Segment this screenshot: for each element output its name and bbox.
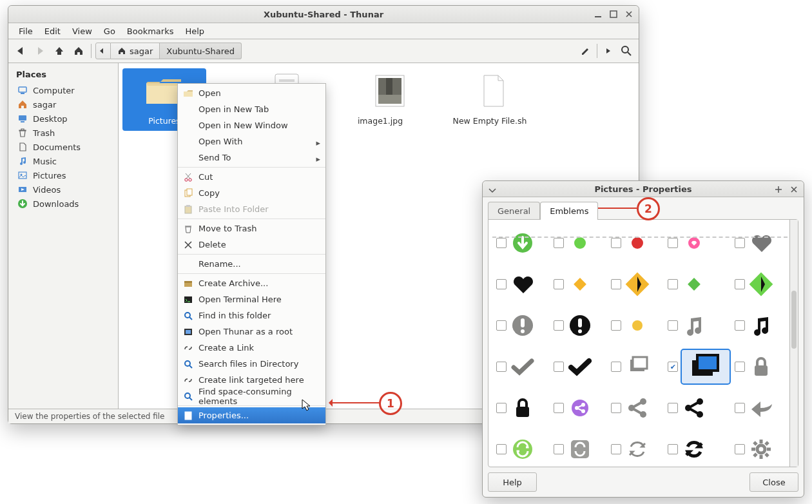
crumb-back[interactable]: [95, 43, 111, 59]
crumb-home[interactable]: sagar: [111, 43, 160, 59]
sidebar-item-computer[interactable]: Computer: [8, 83, 118, 97]
edit-path-icon[interactable]: [577, 43, 594, 59]
emblem-readonly[interactable]: [491, 387, 548, 429]
menu-send-to[interactable]: Send To▸: [178, 150, 325, 166]
emblem-sync-grey[interactable]: [548, 429, 606, 467]
emblem-important-solid[interactable]: [548, 305, 606, 346]
emblem-lock[interactable]: [730, 346, 787, 387]
emblem-yellow-dot[interactable]: [606, 305, 663, 346]
window-maximize-icon[interactable]: [608, 8, 619, 20]
emblem-marker-green[interactable]: [662, 264, 730, 305]
thunar-icon: [183, 327, 193, 337]
menu-help[interactable]: Help: [180, 24, 209, 38]
emblems-grid[interactable]: [488, 220, 789, 467]
sidebar-item-music[interactable]: Music: [8, 154, 118, 168]
nav-forward-icon[interactable]: [32, 43, 48, 59]
svg-point-37: [574, 237, 586, 249]
sidebar-item-home[interactable]: sagar: [8, 97, 118, 111]
dialog-scrollbar[interactable]: [789, 220, 798, 467]
emblem-share-solid[interactable]: [662, 387, 730, 429]
emblem-sync-outline[interactable]: [606, 429, 663, 467]
emblem-marker-orange[interactable]: [606, 264, 663, 305]
tab-emblems[interactable]: Emblems: [540, 202, 598, 220]
sidebar-item-downloads[interactable]: Downloads: [8, 197, 118, 211]
dialog-menu-icon[interactable]: [487, 184, 498, 195]
emblem-photos[interactable]: [606, 346, 663, 387]
cut-icon: [183, 172, 193, 182]
menu-view[interactable]: View: [67, 24, 97, 38]
menu-bookmarks[interactable]: Bookmarks: [122, 24, 179, 38]
file-item-image[interactable]: image1.jpg: [348, 68, 412, 131]
emblem-share[interactable]: [606, 387, 663, 429]
emblem-music-solid[interactable]: [730, 305, 787, 346]
menu-copy[interactable]: Copy: [178, 185, 325, 201]
emblem-photos-solid[interactable]: [662, 346, 730, 387]
emblem-ok-bold[interactable]: [548, 346, 606, 387]
window-minimize-icon[interactable]: [592, 8, 604, 20]
menu-open-new-tab[interactable]: Open in New Tab: [178, 101, 325, 117]
emblem-marker-yellow[interactable]: [548, 264, 606, 305]
search-icon[interactable]: [618, 43, 635, 59]
menu-open-new-window[interactable]: Open in New Window: [178, 117, 325, 133]
emblem-green-dot[interactable]: [548, 222, 606, 264]
menu-rename[interactable]: Rename...: [178, 256, 325, 272]
menu-open-with[interactable]: Open With▸: [178, 133, 325, 150]
menu-find-space[interactable]: Find space-consuming elements: [178, 388, 325, 404]
emblem-music[interactable]: [662, 305, 730, 346]
emblem-ok[interactable]: [491, 346, 548, 387]
emblem-pink-heart[interactable]: [662, 222, 730, 264]
sidebar-item-label: Desktop: [33, 114, 68, 124]
window-close-icon[interactable]: [623, 8, 635, 20]
menu-open[interactable]: Open: [178, 85, 325, 101]
emblem-red-dot[interactable]: [606, 222, 663, 264]
menu-terminal[interactable]: Open Terminal Here: [178, 291, 325, 307]
menu-file[interactable]: File: [14, 24, 38, 38]
menu-properties[interactable]: Properties...: [178, 407, 325, 423]
sidebar-item-desktop[interactable]: Desktop: [8, 111, 118, 126]
dialog-titlebar[interactable]: Pictures - Properties: [483, 181, 804, 197]
menu-cut[interactable]: Cut: [178, 169, 325, 185]
emblem-sync-solid[interactable]: [662, 429, 730, 467]
menu-trash[interactable]: Move to Trash: [178, 220, 325, 237]
sidebar-item-pictures[interactable]: Pictures: [8, 168, 118, 182]
crumb-current[interactable]: Xubuntu-Shared: [160, 43, 242, 59]
emblem-heart[interactable]: [491, 264, 548, 305]
menu-search-dir[interactable]: Search files in Directory: [178, 356, 325, 372]
history-dropdown-icon[interactable]: [600, 43, 617, 59]
menu-delete[interactable]: Delete: [178, 237, 325, 253]
emblem-important[interactable]: [491, 305, 548, 346]
menu-create-link-here[interactable]: Create link targeted here: [178, 372, 325, 388]
menu-create-link[interactable]: Create a Link: [178, 340, 325, 356]
close-button[interactable]: Close: [749, 472, 798, 492]
svg-point-50: [632, 320, 643, 331]
dialog-plus-icon[interactable]: [773, 184, 784, 195]
sidebar-item-trash[interactable]: Trash: [8, 126, 118, 140]
menu-find-folder[interactable]: Find in this folder: [178, 307, 325, 324]
window-titlebar[interactable]: Xubuntu-Shared - Thunar: [8, 6, 639, 23]
help-button[interactable]: Help: [488, 472, 537, 492]
tab-general[interactable]: General: [488, 202, 540, 220]
svg-rect-4: [21, 93, 24, 94]
file-item-sh[interactable]: New Empty File.sh: [451, 68, 528, 131]
emblem-checkbox[interactable]: [496, 238, 507, 248]
dialog-close-icon[interactable]: [788, 184, 800, 195]
menu-archive[interactable]: Create Archive...: [178, 275, 325, 291]
nav-back-icon[interactable]: [12, 43, 29, 59]
emblem-download[interactable]: [491, 222, 548, 264]
nav-up-icon[interactable]: [51, 43, 68, 59]
emblem-reply[interactable]: [730, 387, 787, 429]
file-icon: [451, 68, 535, 113]
emblem-marker-green-diag[interactable]: [730, 264, 787, 305]
emblem-sync-green[interactable]: [491, 429, 548, 467]
gear-icon: [749, 437, 773, 461]
sidebar-item-documents[interactable]: Documents: [8, 140, 118, 154]
emblem-heart-solid[interactable]: [730, 222, 787, 264]
emblem-shared-purple[interactable]: [548, 387, 606, 429]
menu-thunar-root[interactable]: Open Thunar as a root: [178, 324, 325, 340]
sidebar-item-videos[interactable]: Videos: [8, 182, 118, 197]
menu-paste-into[interactable]: Paste Into Folder: [178, 201, 325, 217]
emblem-system[interactable]: [730, 429, 787, 467]
nav-home-icon[interactable]: [70, 43, 87, 59]
menu-edit[interactable]: Edit: [39, 24, 66, 38]
menu-go[interactable]: Go: [99, 24, 121, 38]
